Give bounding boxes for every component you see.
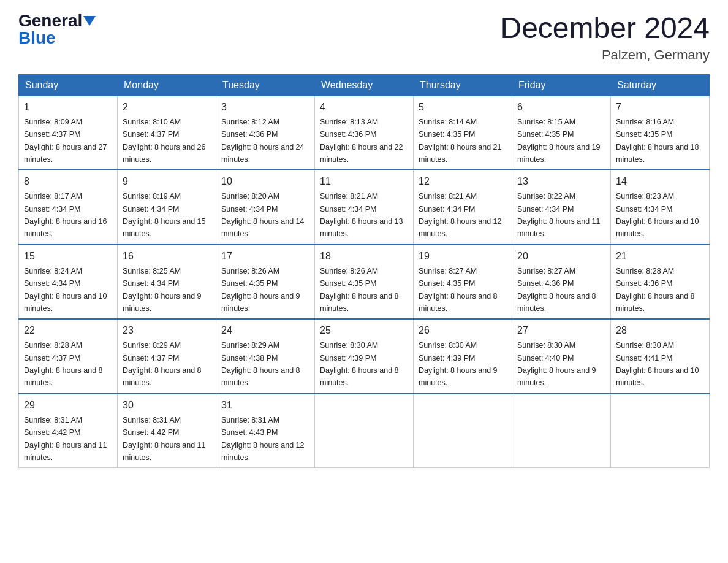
calendar-cell: 13 Sunrise: 8:22 AMSunset: 4:34 PMDaylig… <box>512 170 611 245</box>
day-info: Sunrise: 8:24 AMSunset: 4:34 PMDaylight:… <box>24 267 107 313</box>
logo-triangle-icon <box>83 16 96 26</box>
calendar-week-3: 15 Sunrise: 8:24 AMSunset: 4:34 PMDaylig… <box>19 245 710 320</box>
logo: General Blue <box>18 12 96 47</box>
calendar-cell: 7 Sunrise: 8:16 AMSunset: 4:35 PMDayligh… <box>611 96 710 170</box>
day-info: Sunrise: 8:28 AMSunset: 4:36 PMDaylight:… <box>616 267 695 313</box>
month-title: December 2024 <box>500 12 710 45</box>
day-number: 4 <box>320 100 408 115</box>
logo-general-text: General <box>18 12 82 29</box>
day-number: 11 <box>320 174 408 189</box>
day-info: Sunrise: 8:20 AMSunset: 4:34 PMDaylight:… <box>221 192 305 238</box>
calendar-cell: 16 Sunrise: 8:25 AMSunset: 4:34 PMDaylig… <box>118 245 216 320</box>
calendar-cell: 30 Sunrise: 8:31 AMSunset: 4:42 PMDaylig… <box>118 394 216 468</box>
calendar-week-1: 1 Sunrise: 8:09 AMSunset: 4:37 PMDayligh… <box>19 96 710 170</box>
day-info: Sunrise: 8:21 AMSunset: 4:34 PMDaylight:… <box>419 192 502 238</box>
day-number: 6 <box>517 100 605 115</box>
calendar-cell: 21 Sunrise: 8:28 AMSunset: 4:36 PMDaylig… <box>611 245 710 320</box>
calendar-header-wednesday: Wednesday <box>315 74 414 96</box>
calendar-week-5: 29 Sunrise: 8:31 AMSunset: 4:42 PMDaylig… <box>19 394 710 468</box>
calendar-cell: 22 Sunrise: 8:28 AMSunset: 4:37 PMDaylig… <box>19 319 118 394</box>
day-number: 22 <box>24 323 112 338</box>
day-number: 28 <box>616 323 704 338</box>
day-number: 18 <box>320 249 408 264</box>
calendar-cell: 15 Sunrise: 8:24 AMSunset: 4:34 PMDaylig… <box>19 245 118 320</box>
day-info: Sunrise: 8:28 AMSunset: 4:37 PMDaylight:… <box>24 341 103 387</box>
title-section: December 2024 Palzem, Germany <box>500 12 710 63</box>
calendar-cell: 20 Sunrise: 8:27 AMSunset: 4:36 PMDaylig… <box>512 245 611 320</box>
day-info: Sunrise: 8:15 AMSunset: 4:35 PMDaylight:… <box>517 118 601 164</box>
calendar-header-monday: Monday <box>118 74 216 96</box>
day-number: 8 <box>24 174 112 189</box>
day-number: 17 <box>221 249 309 264</box>
day-number: 29 <box>24 398 112 413</box>
calendar-cell: 29 Sunrise: 8:31 AMSunset: 4:42 PMDaylig… <box>19 394 118 468</box>
day-info: Sunrise: 8:21 AMSunset: 4:34 PMDaylight:… <box>320 192 403 238</box>
day-number: 14 <box>616 174 704 189</box>
day-info: Sunrise: 8:31 AMSunset: 4:42 PMDaylight:… <box>123 416 206 462</box>
day-info: Sunrise: 8:19 AMSunset: 4:34 PMDaylight:… <box>123 192 206 238</box>
calendar-cell: 3 Sunrise: 8:12 AMSunset: 4:36 PMDayligh… <box>216 96 315 170</box>
calendar-cell: 28 Sunrise: 8:30 AMSunset: 4:41 PMDaylig… <box>611 319 710 394</box>
day-number: 2 <box>123 100 211 115</box>
day-info: Sunrise: 8:22 AMSunset: 4:34 PMDaylight:… <box>517 192 601 238</box>
day-number: 24 <box>221 323 309 338</box>
day-number: 26 <box>419 323 507 338</box>
calendar-week-4: 22 Sunrise: 8:28 AMSunset: 4:37 PMDaylig… <box>19 319 710 394</box>
day-number: 3 <box>221 100 309 115</box>
calendar-table: SundayMondayTuesdayWednesdayThursdayFrid… <box>18 74 710 469</box>
day-info: Sunrise: 8:30 AMSunset: 4:39 PMDaylight:… <box>419 341 498 387</box>
calendar-cell: 26 Sunrise: 8:30 AMSunset: 4:39 PMDaylig… <box>414 319 512 394</box>
calendar-cell: 17 Sunrise: 8:26 AMSunset: 4:35 PMDaylig… <box>216 245 315 320</box>
day-info: Sunrise: 8:17 AMSunset: 4:34 PMDaylight:… <box>24 192 107 238</box>
day-number: 15 <box>24 249 112 264</box>
day-number: 23 <box>123 323 211 338</box>
calendar-cell: 4 Sunrise: 8:13 AMSunset: 4:36 PMDayligh… <box>315 96 414 170</box>
day-info: Sunrise: 8:27 AMSunset: 4:35 PMDaylight:… <box>419 267 498 313</box>
calendar-week-2: 8 Sunrise: 8:17 AMSunset: 4:34 PMDayligh… <box>19 170 710 245</box>
day-info: Sunrise: 8:29 AMSunset: 4:38 PMDaylight:… <box>221 341 300 387</box>
day-info: Sunrise: 8:16 AMSunset: 4:35 PMDaylight:… <box>616 118 699 164</box>
calendar-cell: 8 Sunrise: 8:17 AMSunset: 4:34 PMDayligh… <box>19 170 118 245</box>
page-header: General Blue December 2024 Palzem, Germa… <box>18 12 710 63</box>
calendar-cell: 18 Sunrise: 8:26 AMSunset: 4:35 PMDaylig… <box>315 245 414 320</box>
calendar-header-row: SundayMondayTuesdayWednesdayThursdayFrid… <box>19 74 710 96</box>
calendar-cell: 24 Sunrise: 8:29 AMSunset: 4:38 PMDaylig… <box>216 319 315 394</box>
day-info: Sunrise: 8:10 AMSunset: 4:37 PMDaylight:… <box>123 118 206 164</box>
day-number: 5 <box>419 100 507 115</box>
calendar-cell: 25 Sunrise: 8:30 AMSunset: 4:39 PMDaylig… <box>315 319 414 394</box>
day-info: Sunrise: 8:30 AMSunset: 4:40 PMDaylight:… <box>517 341 596 387</box>
calendar-cell: 9 Sunrise: 8:19 AMSunset: 4:34 PMDayligh… <box>118 170 216 245</box>
calendar-cell <box>414 394 512 468</box>
day-number: 19 <box>419 249 507 264</box>
calendar-cell: 11 Sunrise: 8:21 AMSunset: 4:34 PMDaylig… <box>315 170 414 245</box>
day-info: Sunrise: 8:14 AMSunset: 4:35 PMDaylight:… <box>419 118 502 164</box>
calendar-cell <box>611 394 710 468</box>
calendar-cell: 23 Sunrise: 8:29 AMSunset: 4:37 PMDaylig… <box>118 319 216 394</box>
day-number: 25 <box>320 323 408 338</box>
day-info: Sunrise: 8:31 AMSunset: 4:42 PMDaylight:… <box>24 416 107 462</box>
calendar-header-thursday: Thursday <box>414 74 512 96</box>
day-number: 10 <box>221 174 309 189</box>
day-number: 21 <box>616 249 704 264</box>
day-info: Sunrise: 8:27 AMSunset: 4:36 PMDaylight:… <box>517 267 596 313</box>
calendar-cell <box>315 394 414 468</box>
calendar-header-tuesday: Tuesday <box>216 74 315 96</box>
calendar-cell: 6 Sunrise: 8:15 AMSunset: 4:35 PMDayligh… <box>512 96 611 170</box>
day-number: 9 <box>123 174 211 189</box>
calendar-cell: 14 Sunrise: 8:23 AMSunset: 4:34 PMDaylig… <box>611 170 710 245</box>
day-info: Sunrise: 8:26 AMSunset: 4:35 PMDaylight:… <box>320 267 399 313</box>
calendar-header-saturday: Saturday <box>611 74 710 96</box>
day-number: 27 <box>517 323 605 338</box>
calendar-cell: 2 Sunrise: 8:10 AMSunset: 4:37 PMDayligh… <box>118 96 216 170</box>
day-number: 20 <box>517 249 605 264</box>
calendar-cell: 31 Sunrise: 8:31 AMSunset: 4:43 PMDaylig… <box>216 394 315 468</box>
calendar-cell: 12 Sunrise: 8:21 AMSunset: 4:34 PMDaylig… <box>414 170 512 245</box>
calendar-header-sunday: Sunday <box>19 74 118 96</box>
logo-blue-text: Blue <box>18 29 56 47</box>
day-info: Sunrise: 8:09 AMSunset: 4:37 PMDaylight:… <box>24 118 107 164</box>
day-number: 12 <box>419 174 507 189</box>
day-number: 13 <box>517 174 605 189</box>
day-number: 30 <box>123 398 211 413</box>
day-info: Sunrise: 8:30 AMSunset: 4:39 PMDaylight:… <box>320 341 399 387</box>
day-number: 31 <box>221 398 309 413</box>
